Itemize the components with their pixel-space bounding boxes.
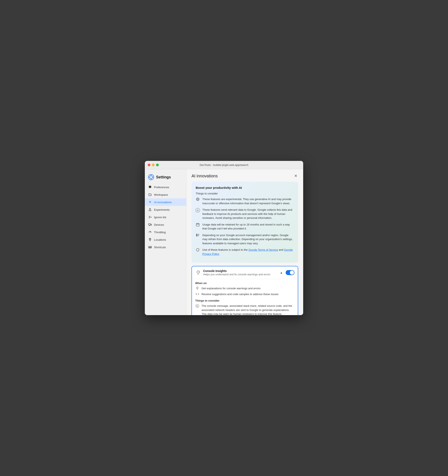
list-x-icon	[148, 215, 152, 219]
console-insights-card: Console Insights Helps you understand an…	[192, 266, 298, 315]
info-box-subtitle: Things to consider	[196, 192, 294, 195]
svg-rect-12	[148, 224, 151, 225]
page-title: AI innovations	[192, 174, 218, 178]
minimize-traffic-light[interactable]	[152, 164, 155, 166]
sidebar-item-preferences[interactable]: Preferences	[145, 183, 186, 191]
main-layout: Settings Preferences	[145, 169, 303, 315]
sparkle-icon	[148, 200, 152, 204]
sidebar-label-throttling: Throttling	[154, 231, 166, 234]
things-text-1: The console message, associated stack tr…	[202, 304, 295, 315]
close-button[interactable]: ✕	[293, 173, 298, 178]
google-g-icon: G	[196, 208, 200, 213]
when-on-item-1: Get explanations for console warnings an…	[195, 286, 295, 290]
folder-icon	[148, 193, 152, 197]
info-item-text-5: Use of these features is subject to the …	[202, 248, 294, 256]
window-title: DevTools - bubble-jingle.web.app/search	[200, 163, 248, 166]
sidebar-item-workspace[interactable]: Workspace	[145, 191, 186, 198]
sidebar: Settings Preferences	[145, 169, 187, 315]
sidebar-label-shortcuts: Shortcuts	[154, 246, 166, 249]
flask-icon	[148, 208, 152, 211]
when-on-title: When on	[195, 282, 295, 285]
info-item-1: These features are experimental. They us…	[196, 197, 294, 205]
maximize-traffic-light[interactable]	[156, 164, 159, 166]
info-item-2: G These features send relevant data to G…	[196, 208, 294, 220]
console-insights-desc: Helps you understand and fix console war…	[203, 273, 277, 276]
console-insights-controls: ▲	[279, 270, 295, 275]
sidebar-label-experiments: Experiments	[154, 208, 170, 211]
sidebar-label-workspace: Workspace	[154, 193, 168, 196]
svg-point-1	[150, 176, 153, 179]
svg-point-35	[197, 199, 198, 200]
sidebar-title: Settings	[156, 175, 171, 179]
info-box-title: Boost your productivity with AI	[196, 186, 294, 189]
info-item-text-4: Depending on your Google account managem…	[202, 233, 294, 245]
sidebar-item-experiments[interactable]: Experiments	[145, 206, 186, 213]
console-insights-name: Console Insights	[203, 269, 277, 272]
traffic-lights	[148, 164, 159, 166]
console-insights-toggle[interactable]	[286, 270, 295, 275]
close-traffic-light[interactable]	[148, 164, 150, 166]
google-g-feature-icon: G	[195, 304, 199, 308]
sidebar-label-preferences: Preferences	[154, 186, 169, 189]
info-item-3: Usage data will be retained for up to 18…	[196, 223, 294, 231]
console-insights-text: Console Insights Helps you understand an…	[203, 269, 277, 276]
info-box: Boost your productivity with AI Things t…	[192, 182, 298, 263]
sidebar-item-locations[interactable]: Locations	[145, 236, 186, 244]
keyboard-icon	[148, 245, 152, 249]
console-insights-expanded: When on Get explanations for console war…	[192, 279, 298, 315]
sidebar-item-throttling[interactable]: Throttling	[145, 228, 186, 236]
svg-line-16	[150, 232, 151, 232]
settings-logo-icon	[148, 174, 154, 180]
things-item-1: G The console message, associated stack …	[195, 304, 295, 315]
svg-rect-13	[151, 224, 152, 225]
svg-rect-36	[196, 223, 199, 226]
ai-chip-icon	[196, 197, 200, 201]
sidebar-item-ai-innovations[interactable]: AI innovations	[145, 198, 186, 206]
title-bar: DevTools - bubble-jingle.web.app/search	[145, 161, 303, 169]
info-item-text-3: Usage data will be retained for up to 18…	[202, 223, 294, 231]
main-content: AI innovations ✕ Boost your productivity…	[187, 169, 303, 315]
sidebar-label-devices: Devices	[154, 223, 164, 226]
toggle-knob	[290, 271, 294, 275]
gear-icon	[148, 185, 152, 189]
shield-icon	[196, 248, 200, 252]
sidebar-label-ignore-list: Ignore list	[154, 216, 166, 219]
main-header: AI innovations ✕	[192, 173, 298, 178]
calendar-icon	[196, 223, 200, 227]
info-item-text-2: These features send relevant data to Goo…	[202, 208, 294, 220]
console-insights-header: Console Insights Helps you understand an…	[192, 266, 298, 279]
things-to-consider-title: Things to consider	[195, 299, 295, 302]
svg-point-17	[150, 239, 150, 239]
sidebar-item-devices[interactable]: Devices	[145, 221, 186, 228]
console-insights-collapse-button[interactable]: ▲	[279, 270, 284, 275]
list-detail-icon	[196, 233, 200, 237]
sidebar-label-locations: Locations	[154, 238, 166, 241]
lightbulb-plus-icon	[195, 270, 201, 276]
when-on-text-2: Receive suggestions and code samples to …	[202, 292, 278, 296]
sidebar-header: Settings	[145, 173, 186, 183]
location-icon	[148, 238, 152, 242]
info-item-text-1: These features are experimental. They us…	[202, 197, 294, 205]
when-on-text-1: Get explanations for console warnings an…	[202, 286, 261, 290]
sidebar-label-ai-innovations: AI innovations	[154, 201, 172, 204]
gauge-icon	[148, 230, 152, 234]
sidebar-item-shortcuts[interactable]: Shortcuts	[145, 244, 186, 251]
code-brackets-icon	[195, 292, 199, 296]
devices-icon	[148, 223, 152, 227]
lightbulb-icon	[195, 287, 199, 290]
tos-link[interactable]: Google Terms of Service	[248, 248, 278, 251]
info-item-4: Depending on your Google account managem…	[196, 233, 294, 245]
info-item-5: Use of these features is subject to the …	[196, 248, 294, 256]
when-on-item-2: Receive suggestions and code samples to …	[195, 292, 295, 296]
sidebar-item-ignore-list[interactable]: Ignore list	[145, 213, 186, 221]
devtools-window: DevTools - bubble-jingle.web.app/search …	[145, 161, 303, 315]
